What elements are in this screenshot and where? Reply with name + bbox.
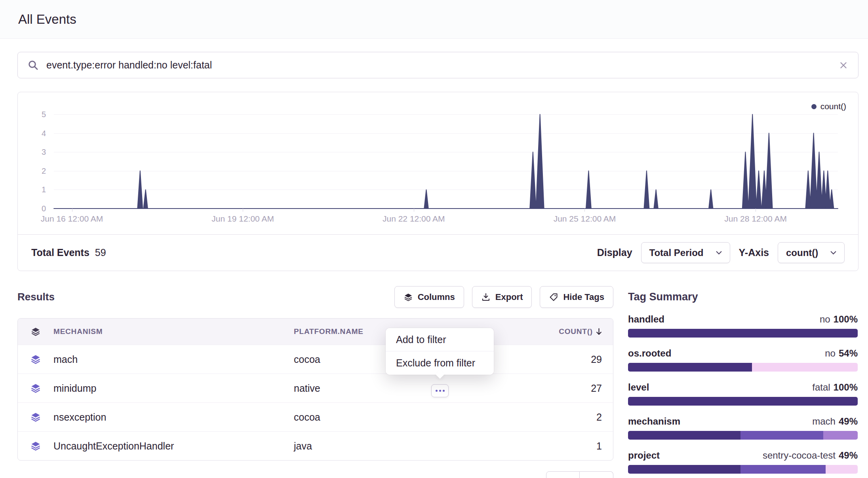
- search-input[interactable]: [46, 59, 831, 71]
- tag-label: handled: [628, 314, 664, 325]
- stack-icon: [18, 383, 53, 394]
- tag-label: mechanism: [628, 416, 680, 427]
- display-dropdown-value: Total Period: [649, 247, 704, 258]
- tag-percent: 100%: [834, 314, 858, 325]
- cell-mechanism[interactable]: UncaughtExceptionHandler: [53, 440, 294, 452]
- cell-mechanism[interactable]: minidump: [53, 383, 294, 394]
- cell-mechanism[interactable]: nsexception: [53, 412, 294, 423]
- cell-count: 2: [518, 412, 613, 423]
- export-button[interactable]: Export: [472, 286, 532, 308]
- tag-label: project: [628, 450, 660, 461]
- table-row[interactable]: nsexception cocoa 2: [18, 402, 613, 431]
- export-button-label: Export: [495, 292, 523, 302]
- cell-platform[interactable]: java: [294, 440, 518, 452]
- download-icon: [481, 292, 491, 302]
- table-row[interactable]: minidump native 27: [18, 374, 613, 402]
- tag-summary-heading: Tag Summary: [628, 290, 858, 303]
- tag-distribution-bar[interactable]: [628, 363, 858, 372]
- cell-platform[interactable]: native: [294, 383, 518, 394]
- cell-count: 1: [518, 440, 613, 452]
- columns-button[interactable]: Columns: [394, 286, 464, 308]
- tag-summary-column: Tag Summary handled no 100% os.rooted no…: [628, 271, 858, 474]
- page-header: All Events: [0, 0, 868, 39]
- tag-value: sentry-cocoa-test: [763, 450, 836, 461]
- ellipsis-icon: [439, 390, 441, 392]
- y-tick-label: 1: [42, 185, 46, 194]
- chart-legend[interactable]: count(): [811, 102, 846, 111]
- cell-context-menu: Add to filter Exclude from filter: [386, 328, 494, 375]
- results-table: MECHANISM PLATFORM.NAME COUNT() mach coc…: [17, 318, 613, 461]
- table-row[interactable]: mach cocoa 29: [18, 345, 613, 374]
- chart-spikes-svg: [54, 114, 838, 209]
- x-tick: [414, 209, 414, 212]
- table-header-row: MECHANISM PLATFORM.NAME COUNT(): [18, 319, 613, 345]
- column-header-mechanism[interactable]: MECHANISM: [53, 327, 294, 336]
- search-icon: [27, 59, 39, 71]
- tag-percent: 100%: [834, 382, 858, 393]
- tag-label: level: [628, 382, 649, 393]
- tag-value: no: [820, 314, 830, 325]
- clear-search-icon[interactable]: [838, 60, 849, 70]
- legend-count-label: count(): [820, 102, 846, 111]
- x-tick-label: Jun 25 12:00 AM: [554, 214, 616, 224]
- tag-summary-item: handled no 100%: [628, 314, 858, 338]
- ellipsis-icon: [436, 390, 438, 392]
- pagination: [546, 471, 613, 478]
- chart-footer: Total Events 59 Display Total Period Y-A…: [18, 234, 858, 271]
- x-tick-label: Jun 22 12:00 AM: [383, 214, 445, 224]
- columns-button-label: Columns: [418, 292, 455, 302]
- tag-summary-item: os.rooted no 54%: [628, 348, 858, 372]
- tag-distribution-bar[interactable]: [628, 397, 858, 406]
- tag-value: no: [825, 348, 836, 359]
- display-label: Display: [597, 247, 632, 258]
- count-header-label: COUNT(): [559, 327, 593, 336]
- stack-icon: [18, 412, 53, 423]
- stack-icon: [18, 354, 53, 365]
- y-tick-label: 3: [42, 148, 46, 157]
- display-dropdown[interactable]: Total Period: [641, 242, 730, 263]
- tag-percent: 54%: [839, 348, 858, 359]
- tag-icon: [549, 292, 558, 302]
- column-header-count[interactable]: COUNT(): [518, 327, 613, 336]
- results-column: Results Columns Export Hide T: [17, 271, 613, 474]
- table-row[interactable]: UncaughtExceptionHandler java 1: [18, 431, 613, 460]
- chevron-down-icon: [716, 251, 722, 255]
- cell-mechanism[interactable]: mach: [53, 354, 294, 365]
- results-heading: Results: [17, 291, 55, 303]
- x-tick-label: Jun 28 12:00 AM: [724, 214, 787, 224]
- cell-actions-button[interactable]: [431, 384, 449, 397]
- events-chart-panel: count() 5 4 3 2 1 0 Jun 16 12:00 AM Jun …: [17, 92, 858, 271]
- chart-spikes: [54, 114, 838, 209]
- hide-tags-button[interactable]: Hide Tags: [540, 286, 613, 308]
- previous-page-button[interactable]: [546, 471, 580, 478]
- x-tick: [72, 209, 72, 212]
- yaxis-label: Y-Axis: [739, 247, 769, 258]
- yaxis-dropdown-value: count(): [786, 247, 818, 258]
- tag-percent: 49%: [839, 450, 858, 461]
- y-tick-label: 0: [42, 204, 46, 213]
- menu-item-add-to-filter[interactable]: Add to filter: [386, 328, 494, 351]
- yaxis-dropdown[interactable]: count(): [778, 242, 845, 263]
- tag-value: mach: [812, 416, 836, 427]
- chart-plot-area: 5 4 3 2 1 0 Jun 16 12:00 AM Jun 19 12:00…: [54, 114, 838, 209]
- search-bar: [17, 52, 858, 78]
- tag-distribution-bar[interactable]: [628, 329, 858, 338]
- tag-value: fatal: [812, 382, 830, 393]
- page-title: All Events: [18, 12, 76, 27]
- x-tick-label: Jun 16 12:00 AM: [41, 214, 103, 224]
- next-page-button[interactable]: [580, 471, 613, 478]
- sort-descending-icon: [596, 328, 602, 335]
- x-tick: [584, 209, 585, 212]
- y-tick-label: 4: [42, 129, 46, 138]
- chevron-down-icon: [830, 251, 836, 255]
- cell-count: 27: [518, 383, 613, 394]
- tag-distribution-bar[interactable]: [628, 431, 858, 440]
- x-tick: [243, 209, 243, 212]
- x-tick: [756, 209, 756, 212]
- cell-platform[interactable]: cocoa: [294, 412, 518, 423]
- tag-distribution-bar[interactable]: [628, 465, 858, 474]
- stack-icon: [18, 326, 53, 337]
- tag-summary-item: project sentry-cocoa-test 49%: [628, 450, 858, 474]
- hide-tags-button-label: Hide Tags: [563, 292, 604, 302]
- x-tick-label: Jun 19 12:00 AM: [211, 214, 274, 224]
